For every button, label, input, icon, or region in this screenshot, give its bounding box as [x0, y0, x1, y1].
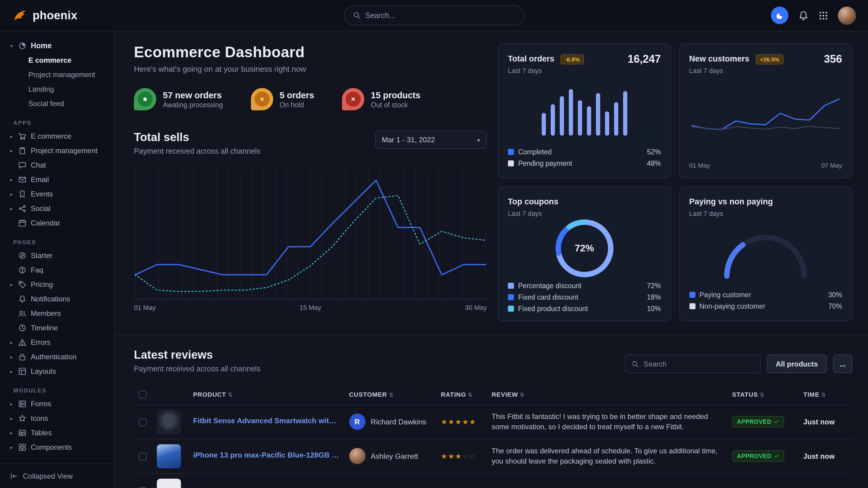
cell-product-image	[152, 404, 188, 439]
sidebar-item-label: Email	[31, 175, 49, 184]
collapsed-view-button[interactable]: Collapsed View	[0, 463, 114, 488]
card-period: Last 7 days	[689, 67, 784, 74]
table-row	[134, 473, 852, 488]
sidebar-item-pricing[interactable]: ▸Pricing	[7, 277, 109, 292]
top-coupons-card: Top coupons Last 7 days 72% Percentage d…	[498, 186, 671, 321]
sidebar-item-authentication[interactable]: ▸Authentication	[7, 350, 109, 364]
row-checkbox[interactable]	[139, 453, 147, 461]
legend-label: Fixed card discount	[518, 293, 578, 300]
sidebar-item-social[interactable]: ▸Social	[7, 201, 109, 216]
legend-swatch	[508, 294, 514, 300]
row-checkbox[interactable]	[139, 418, 147, 426]
legend-item: Paying customer30%	[689, 289, 842, 300]
card-period: Last 7 days	[508, 67, 584, 74]
sidebar-item-calendar[interactable]: Calendar	[7, 216, 109, 230]
total-orders-card: Total orders -6.8% Last 7 days 16,247 Co…	[498, 43, 671, 178]
theme-toggle-button[interactable]	[771, 7, 788, 24]
sidebar-item-email[interactable]: ▸Email	[7, 172, 109, 187]
sidebar-item-forms[interactable]: ▸Forms	[7, 397, 109, 411]
sidebar-item-home[interactable]: ▾Home	[7, 39, 109, 53]
sidebar-item-timeline[interactable]: Timeline	[7, 321, 109, 335]
sidebar-item-project-management[interactable]: ▸Project management	[7, 143, 109, 158]
sidebar-item-components[interactable]: ▸Components	[7, 440, 109, 455]
brand-logo[interactable]: phoenix	[12, 7, 78, 23]
legend-label: Non-paying customer	[700, 302, 766, 310]
stat-value: 57 new orders	[163, 90, 223, 100]
warning-icon	[18, 338, 27, 347]
legend-value: 30%	[828, 291, 842, 298]
column-header-image	[152, 385, 188, 404]
total-sells-chart	[134, 165, 487, 300]
sidebar-item-label: Chat	[31, 161, 46, 169]
reviews-search-input[interactable]	[644, 360, 754, 368]
cell-checkbox	[134, 473, 152, 488]
reviews-subtitle: Payment received across all channels	[134, 365, 260, 373]
column-header-rating[interactable]: RATING⇅	[436, 385, 487, 404]
sort-icon[interactable]: ⇅	[389, 392, 394, 398]
sort-icon[interactable]: ⇅	[821, 392, 826, 398]
sidebar-item-members[interactable]: Members	[7, 306, 109, 321]
sidebar-item-errors[interactable]: ▸Errors	[7, 335, 109, 350]
question-icon	[18, 266, 27, 274]
card-value: 356	[824, 53, 842, 66]
sidebar-item-faq[interactable]: Faq	[7, 263, 109, 277]
sidebar-item-e-commerce[interactable]: ▸E commerce	[7, 129, 109, 143]
all-products-button[interactable]: All products	[767, 355, 827, 373]
sidebar-item-icons[interactable]: ▸Icons	[7, 411, 109, 426]
sidebar-item-label: Events	[31, 190, 53, 198]
sort-icon[interactable]: ⇅	[468, 392, 473, 398]
stat-out-of-stock: 15 productsOut of stock	[342, 88, 421, 110]
x-tick: 15 May	[300, 304, 321, 311]
column-header-review[interactable]: REVIEW⇅	[487, 385, 727, 404]
navbar-actions	[771, 6, 856, 24]
sidebar-subitem-project-management[interactable]: Project management	[7, 67, 109, 82]
product-link[interactable]: Fitbit Sense Advanced Smartwatch with To…	[193, 417, 339, 425]
sidebar-item-label: Starter	[31, 251, 53, 260]
sidebar-nav: ▾HomeE commerceProject managementLanding…	[0, 31, 114, 463]
user-avatar[interactable]	[838, 6, 856, 24]
select-all-checkbox[interactable]	[139, 390, 147, 398]
sort-icon[interactable]: ⇅	[520, 392, 525, 398]
date-range-select[interactable]: Mar 1 - 31, 2022 ▾	[375, 131, 487, 149]
cell-checkbox	[134, 404, 152, 439]
tag-icon	[18, 280, 27, 289]
reviews-search[interactable]	[625, 355, 761, 373]
sidebar-item-events[interactable]: ▸Events	[7, 187, 109, 201]
review-time: Just now	[799, 439, 852, 473]
global-search[interactable]	[343, 5, 525, 25]
sort-icon[interactable]: ⇅	[760, 392, 765, 398]
column-header-time[interactable]: TIME⇅	[799, 385, 852, 404]
search-icon	[631, 360, 639, 367]
sidebar-item-label: Errors	[31, 338, 50, 347]
x-tick: 30 May	[465, 304, 487, 311]
cell-product-image	[152, 473, 188, 488]
sidebar-item-layouts[interactable]: ▸Layouts	[7, 364, 109, 379]
date-range-value: Mar 1 - 31, 2022	[382, 136, 435, 144]
sidebar-subitem-social-feed[interactable]: Social feed	[7, 96, 109, 111]
sidebar-item-starter[interactable]: Starter	[7, 248, 109, 263]
notifications-button[interactable]	[798, 10, 809, 21]
sidebar-item-notifications[interactable]: Notifications	[7, 292, 109, 306]
apps-menu-button[interactable]	[818, 10, 828, 20]
more-options-button[interactable]: ...	[833, 355, 852, 373]
sort-icon[interactable]: ⇅	[228, 392, 233, 398]
chevron-icon: ▸	[8, 430, 14, 435]
legend-item: Pending payment48%	[508, 157, 661, 169]
sidebar-item-tables[interactable]: ▸Tables	[7, 426, 109, 440]
sidebar-item-label: Forms	[31, 400, 51, 408]
sidebar-subitem-e-commerce[interactable]: E commerce	[7, 53, 109, 67]
search-input[interactable]	[365, 11, 516, 20]
chat-icon	[18, 161, 27, 169]
sidebar-subitem-landing[interactable]: Landing	[7, 82, 109, 96]
sidebar-item-label: Home	[31, 42, 52, 50]
new-customers-chart	[689, 76, 842, 159]
sidebar-item-chat[interactable]: Chat	[7, 158, 109, 172]
column-header-product[interactable]: PRODUCT⇅	[188, 385, 344, 404]
pie-icon	[18, 42, 27, 50]
product-link[interactable]: iPhone 13 pro max-Pacific Blue-128GB sto…	[193, 451, 339, 459]
column-header-status[interactable]: STATUS⇅	[727, 385, 798, 404]
x-tick: 07 May	[821, 162, 842, 169]
customer-name: Ashley Garrett	[371, 452, 418, 460]
star-icon	[18, 414, 27, 423]
column-header-customer[interactable]: CUSTOMER⇅	[344, 385, 436, 404]
